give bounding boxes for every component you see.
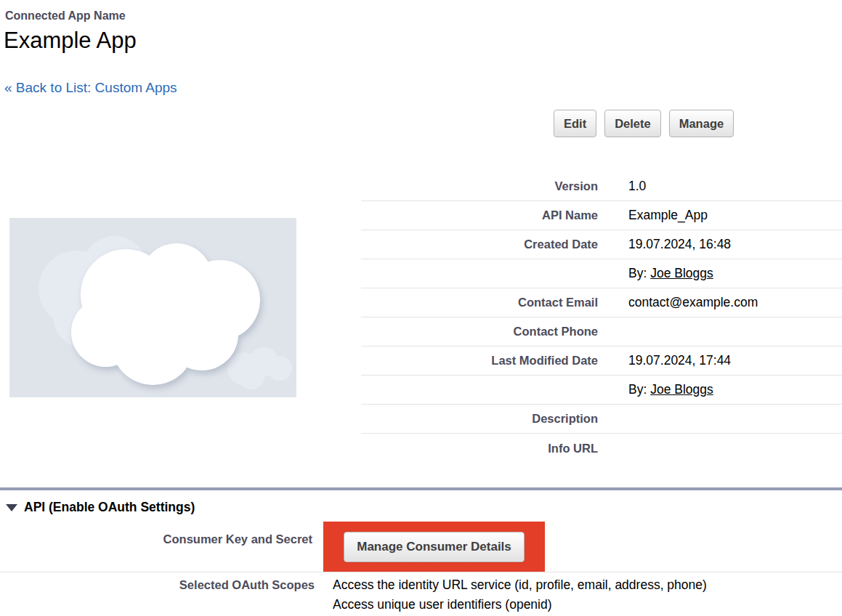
field-value: By: Joe Bloggs xyxy=(598,266,713,281)
by-prefix: By: xyxy=(628,266,647,280)
field-value: 19.07.2024, 16:48 xyxy=(598,237,731,252)
section-divider xyxy=(0,487,842,490)
consumer-key-secret-label: Consumer Key and Secret xyxy=(0,532,312,546)
oauth-section-header[interactable]: API (Enable OAuth Settings) xyxy=(6,500,195,515)
selected-oauth-scopes-label: Selected OAuth Scopes xyxy=(0,578,315,592)
edit-button[interactable]: Edit xyxy=(554,110,596,137)
table-row: Last Modified Date 19.07.2024, 17:44 xyxy=(361,346,842,376)
field-label: Last Modified Date xyxy=(361,354,598,368)
by-prefix: By: xyxy=(628,382,647,397)
field-value: By: Joe Bloggs xyxy=(598,382,713,397)
table-row: Info URL xyxy=(361,434,842,463)
table-row: By: Joe Bloggs xyxy=(361,259,842,288)
action-toolbar: Edit Delete Manage xyxy=(554,110,734,137)
table-row: Contact Email contact@example.com xyxy=(361,288,842,317)
created-by-user-link[interactable]: Joe Bloggs xyxy=(650,266,713,280)
field-label: Version xyxy=(361,179,598,193)
manage-consumer-details-button[interactable]: Manage Consumer Details xyxy=(344,532,525,562)
field-label: Contact Email xyxy=(361,296,598,309)
table-row: Created Date 19.07.2024, 16:48 xyxy=(361,230,842,259)
oauth-scopes-values: Access the identity URL service (id, pro… xyxy=(333,575,707,615)
row-separator xyxy=(0,572,842,572)
section-title: API (Enable OAuth Settings) xyxy=(24,500,195,515)
field-label: API Name xyxy=(361,208,598,222)
table-row: Version 1.0 xyxy=(361,172,842,201)
table-row: Description xyxy=(361,405,842,434)
entity-type-label: Connected App Name xyxy=(5,9,126,23)
delete-button[interactable]: Delete xyxy=(604,110,661,137)
field-value: contact@example.com xyxy=(598,295,758,310)
field-label: Info URL xyxy=(361,442,598,455)
oauth-scope-item: Access the identity URL service (id, pro… xyxy=(333,575,707,595)
oauth-scope-item: Access unique user identifiers (openid) xyxy=(333,595,707,615)
manage-button[interactable]: Manage xyxy=(669,110,734,137)
field-value: Example_App xyxy=(598,208,708,223)
table-row: Contact Phone xyxy=(361,317,842,346)
back-to-list-link[interactable]: « Back to List: Custom Apps xyxy=(4,80,177,96)
app-logo-cloud-image xyxy=(9,218,296,397)
connected-app-detail-page: Connected App Name Example App « Back to… xyxy=(0,0,842,616)
red-highlight-annotation: Manage Consumer Details xyxy=(323,522,545,572)
field-value: 19.07.2024, 17:44 xyxy=(598,353,731,368)
page-title: Example App xyxy=(4,28,137,54)
field-value: 1.0 xyxy=(598,179,646,194)
table-row: API Name Example_App xyxy=(361,201,842,230)
table-row: By: Joe Bloggs xyxy=(361,376,842,405)
field-label: Description xyxy=(361,412,598,426)
modified-by-user-link[interactable]: Joe Bloggs xyxy=(650,382,713,397)
field-label: Created Date xyxy=(361,238,598,251)
detail-table: Version 1.0 API Name Example_App Created… xyxy=(361,172,842,463)
field-label: Contact Phone xyxy=(361,325,598,339)
collapse-triangle-icon xyxy=(6,504,17,511)
